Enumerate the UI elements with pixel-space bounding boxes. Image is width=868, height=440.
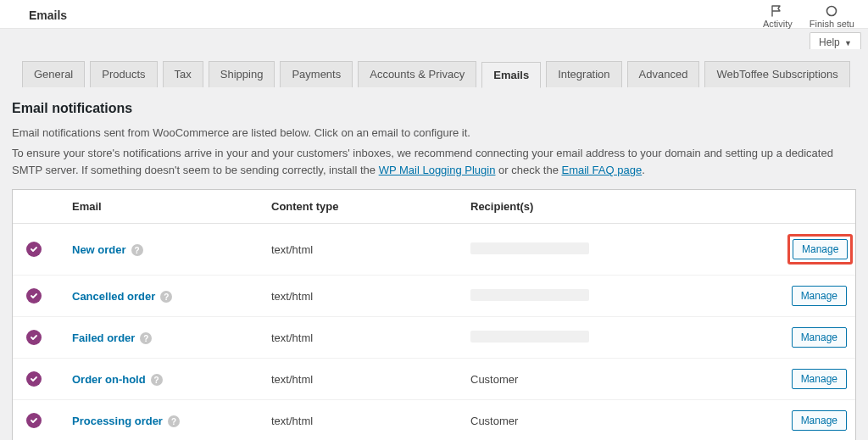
help-tooltip-icon[interactable]: ? xyxy=(131,244,143,256)
status-enabled-icon xyxy=(26,330,42,345)
section-description-2: To ensure your store's notifications arr… xyxy=(12,145,856,179)
email-settings-panel: Email notifications Email notifications … xyxy=(0,87,868,440)
svg-point-0 xyxy=(827,7,837,16)
status-enabled-icon xyxy=(26,242,42,257)
manage-button-highlight: Manage xyxy=(787,234,853,265)
status-enabled-icon xyxy=(26,288,42,304)
tab-emails[interactable]: Emails xyxy=(481,62,541,88)
finish-setup-button[interactable]: Finish setu xyxy=(810,5,854,29)
manage-button[interactable]: Manage xyxy=(792,410,847,431)
content-type-cell: text/html xyxy=(263,400,462,440)
finish-setup-label: Finish setu xyxy=(810,19,854,29)
table-row: New order?text/htmlManage xyxy=(13,224,855,276)
tab-products[interactable]: Products xyxy=(90,61,157,87)
section-description-1: Email notifications sent from WooCommerc… xyxy=(12,125,856,142)
tab-general[interactable]: General xyxy=(22,61,85,87)
table-row: Processing order?text/htmlCustomerManage xyxy=(13,400,855,440)
col-status xyxy=(13,190,64,224)
wp-mail-logging-link[interactable]: WP Mail Logging Plugin xyxy=(379,164,496,176)
manage-button[interactable]: Manage xyxy=(792,327,847,348)
content-type-cell: text/html xyxy=(263,359,462,400)
activity-button[interactable]: Activity xyxy=(763,5,793,29)
email-name-link[interactable]: Order on-hold xyxy=(72,373,146,386)
status-enabled-icon xyxy=(26,413,42,428)
recipient-cell xyxy=(462,317,779,359)
content-type-cell: text/html xyxy=(263,317,462,359)
tab-webtoffee-subscriptions[interactable]: WebToffee Subscriptions xyxy=(704,61,849,87)
recipient-cell xyxy=(462,224,779,276)
manage-button[interactable]: Manage xyxy=(793,239,848,259)
help-tooltip-icon[interactable]: ? xyxy=(151,374,163,386)
flag-icon xyxy=(770,5,785,17)
email-name-link[interactable]: Cancelled order xyxy=(72,290,155,303)
email-name-link[interactable]: New order xyxy=(72,243,126,256)
manage-button[interactable]: Manage xyxy=(792,286,847,306)
redacted-recipient xyxy=(470,331,589,343)
tab-payments[interactable]: Payments xyxy=(280,61,353,87)
help-dropdown[interactable]: Help ▼ xyxy=(810,32,861,49)
email-faq-link[interactable]: Email FAQ page xyxy=(562,164,643,176)
content-type-cell: text/html xyxy=(263,276,462,317)
tab-integration[interactable]: Integration xyxy=(546,61,621,87)
settings-tabs: GeneralProductsTaxShippingPaymentsAccoun… xyxy=(0,49,868,87)
chevron-down-icon: ▼ xyxy=(844,39,852,47)
col-recipients: Recipient(s) xyxy=(462,190,779,224)
table-row: Order on-hold?text/htmlCustomerManage xyxy=(13,359,855,400)
status-enabled-icon xyxy=(26,371,42,387)
redacted-recipient xyxy=(470,289,589,301)
col-email: Email xyxy=(64,190,263,224)
tab-accounts-privacy[interactable]: Accounts & Privacy xyxy=(358,61,476,87)
tab-advanced[interactable]: Advanced xyxy=(627,61,700,87)
progress-circle-icon xyxy=(824,5,839,17)
email-notifications-table: Email Content type Recipient(s) New orde… xyxy=(12,189,856,440)
recipient-cell: Customer xyxy=(462,400,779,440)
tab-tax[interactable]: Tax xyxy=(163,61,203,87)
activity-label: Activity xyxy=(763,19,793,29)
email-name-link[interactable]: Failed order xyxy=(72,331,135,344)
col-content-type: Content type xyxy=(263,190,462,224)
redacted-recipient xyxy=(470,242,589,254)
help-tooltip-icon[interactable]: ? xyxy=(160,291,172,303)
recipient-cell: Customer xyxy=(462,359,779,400)
help-tooltip-icon[interactable]: ? xyxy=(168,415,180,427)
table-row: Cancelled order?text/htmlManage xyxy=(13,276,855,317)
section-heading: Email notifications xyxy=(12,101,856,116)
email-name-link[interactable]: Processing order xyxy=(72,415,163,427)
help-row: Help ▼ xyxy=(0,29,868,49)
content-type-cell: text/html xyxy=(263,224,462,276)
table-row: Failed order?text/htmlManage xyxy=(13,317,855,359)
recipient-cell xyxy=(462,276,779,317)
topbar-right: Activity Finish setu xyxy=(763,5,860,29)
tab-shipping[interactable]: Shipping xyxy=(209,61,275,87)
topbar: Emails Activity Finish setu xyxy=(0,0,868,29)
help-tooltip-icon[interactable]: ? xyxy=(140,332,152,344)
col-manage xyxy=(779,190,855,224)
page-title: Emails xyxy=(8,5,70,22)
manage-button[interactable]: Manage xyxy=(792,369,847,389)
